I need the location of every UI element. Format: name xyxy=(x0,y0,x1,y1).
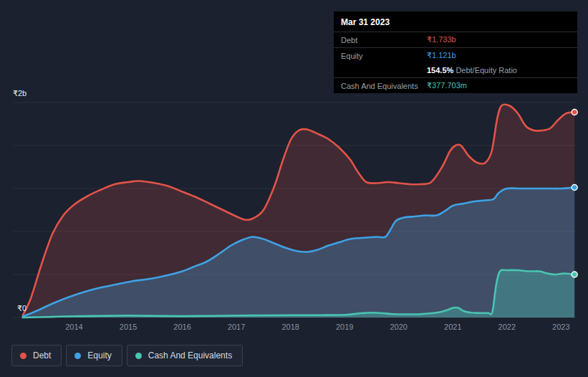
tooltip-row-equity: Equity ₹1.121b xyxy=(334,48,577,63)
x-axis-label: 2016 xyxy=(173,323,191,331)
tooltip-row-cash: Cash And Equivalents ₹377.703m xyxy=(334,78,577,93)
chart-legend: Debt Equity Cash And Equivalents xyxy=(11,345,243,366)
legend-item-debt[interactable]: Debt xyxy=(11,345,62,366)
legend-cash-label: Cash And Equivalents xyxy=(148,350,232,361)
x-axis-label: 2018 xyxy=(281,323,299,331)
tooltip-ratio-value: 154.5% xyxy=(427,66,453,75)
x-axis-label: 2017 xyxy=(228,323,245,331)
tooltip-debt-label: Debt xyxy=(341,36,427,44)
legend-item-cash[interactable]: Cash And Equivalents xyxy=(127,345,243,366)
legend-item-equity[interactable]: Equity xyxy=(66,345,122,366)
tooltip-date: Mar 31 2023 xyxy=(334,11,577,32)
legend-debt-label: Debt xyxy=(33,350,51,361)
equity-swatch-icon xyxy=(74,353,81,359)
tooltip-equity-label: Equity xyxy=(341,52,427,60)
tooltip-cash-label: Cash And Equivalents xyxy=(341,82,427,90)
cash-swatch-icon xyxy=(135,353,142,359)
chart-tooltip: Mar 31 2023 Debt ₹1.733b Equity ₹1.121b … xyxy=(334,11,577,93)
tooltip-equity-value: ₹1.121b xyxy=(427,51,570,60)
x-axis-label: 2015 xyxy=(120,323,137,331)
cash-endpoint-marker xyxy=(572,272,577,277)
y-axis-label-top: ₹2b xyxy=(13,89,26,98)
debt-swatch-icon xyxy=(20,353,26,359)
legend-equity-label: Equity xyxy=(87,350,111,361)
tooltip-row-debt: Debt ₹1.733b xyxy=(334,32,577,48)
x-axis-label: 2019 xyxy=(336,323,353,331)
debt-equity-chart-panel: 2014201520162017201820192020202120222023… xyxy=(0,0,588,377)
tooltip-debt-value: ₹1.733b xyxy=(427,35,570,44)
debt-endpoint-marker xyxy=(572,110,577,115)
tooltip-row-ratio: 154.5% Debt/Equity Ratio xyxy=(334,63,577,78)
x-axis-label: 2022 xyxy=(498,323,516,331)
tooltip-ratio: 154.5% Debt/Equity Ratio xyxy=(427,66,570,75)
x-axis-label: 2014 xyxy=(65,323,82,331)
x-axis-label: 2023 xyxy=(552,323,569,331)
tooltip-ratio-label: Debt/Equity Ratio xyxy=(456,66,517,75)
x-axis-label: 2021 xyxy=(444,323,461,331)
y-axis-label-zero: ₹0 xyxy=(17,304,26,313)
tooltip-cash-value: ₹377.703m xyxy=(427,81,570,90)
x-axis-label: 2020 xyxy=(390,323,407,331)
equity-endpoint-marker xyxy=(572,185,577,191)
